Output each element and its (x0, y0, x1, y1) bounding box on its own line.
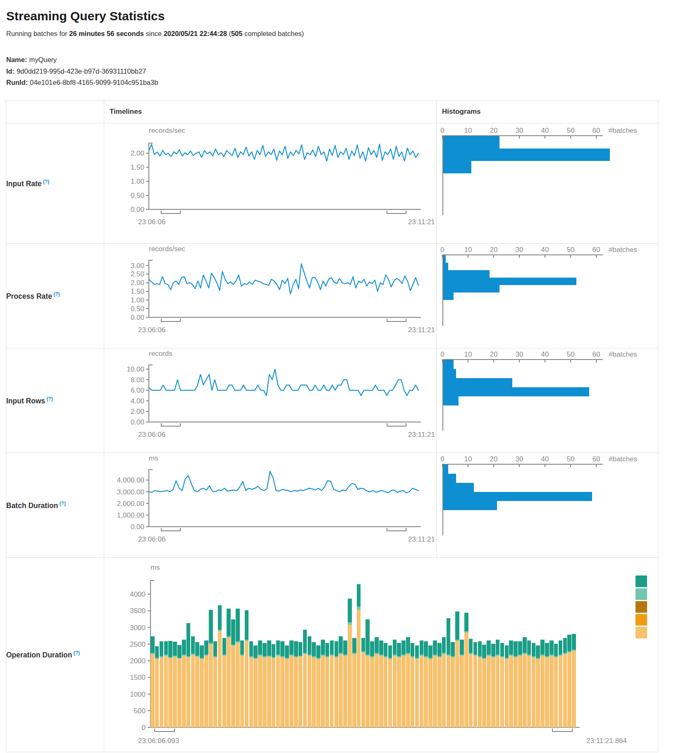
operation-duration-bar-segment (334, 657, 339, 727)
operation-duration-bar-segment (200, 658, 204, 659)
operation-duration-bar-segment (505, 658, 509, 659)
operation-duration-bar-segment (447, 656, 451, 727)
operation-duration-bar-segment (388, 645, 392, 658)
operation-duration-bar-segment (401, 656, 406, 727)
svg-text:23:11:21: 23:11:21 (408, 535, 435, 543)
operation-duration-bar-segment (227, 637, 231, 727)
svg-text:1.50: 1.50 (131, 288, 144, 295)
operation-duration-bar-segment (267, 655, 271, 657)
svg-text:0.00: 0.00 (131, 523, 144, 531)
svg-text:23:06:06: 23:06:06 (138, 535, 165, 543)
operation-duration-bar-segment (249, 657, 253, 727)
operation-duration-bar-segment (280, 656, 284, 657)
help-icon[interactable]: (?) (58, 501, 66, 506)
operation-duration-bar-segment (460, 655, 464, 656)
svg-text:3500: 3500 (130, 607, 146, 615)
operation-duration-bar-segment (240, 655, 244, 656)
operation-duration-bar-segment (442, 653, 446, 654)
operation-duration-bar-segment (428, 645, 432, 658)
operation-duration-bar-segment (464, 612, 468, 631)
operation-duration-bar-segment (370, 656, 374, 657)
operation-duration-bar-segment (523, 653, 527, 654)
svg-text:0: 0 (440, 455, 444, 463)
query-id-line: Id:9d0dd219-995d-423e-b97d-36931110bb27 (6, 66, 700, 77)
svg-text:10: 10 (464, 246, 472, 254)
operation-duration-bar-segment (173, 655, 177, 657)
operation-duration-bar-segment (500, 643, 504, 656)
batch-duration-timeline-cell: ms4,000.003,000.002,000.001,000.000.0023… (104, 453, 437, 558)
process-rate-histogram-cell: 0102030405060#batches (437, 244, 658, 348)
operation-duration-bar-segment (496, 640, 500, 655)
operation-duration-bar-segment (173, 657, 177, 727)
operation-duration-bar-segment (393, 655, 397, 656)
svg-text:#batches: #batches (609, 455, 637, 463)
operation-duration-bar-segment (253, 645, 258, 658)
operation-duration-bar-segment (411, 657, 415, 727)
operation-duration-bar-segment (263, 657, 267, 727)
svg-text:23:06:06: 23:06:06 (138, 326, 165, 334)
operation-duration-bar-segment (348, 625, 352, 727)
legend-swatch-operation-1 (635, 576, 647, 587)
operation-duration-bar-segment (343, 656, 347, 727)
svg-text:23:11:21.864: 23:11:21.864 (586, 737, 627, 745)
operation-duration-bar-segment (285, 659, 289, 727)
operation-duration-bar-segment (330, 656, 334, 727)
svg-text:0: 0 (440, 350, 444, 358)
svg-text:0.00: 0.00 (131, 314, 144, 321)
operation-duration-bar-segment (280, 641, 284, 656)
input-rows-histogram-cell: 0102030405060#batches (437, 348, 658, 453)
operation-duration-bar-segment (209, 609, 213, 643)
operation-duration-bar-segment (249, 656, 253, 657)
batch-duration-histogram-chart: 0102030405060#batches (437, 453, 656, 557)
operation-duration-bar-segment (213, 656, 217, 657)
query-id-value: 9d0dd219-995d-423e-b97d-36931110bb27 (17, 67, 146, 75)
operation-duration-bar-segment (563, 654, 567, 727)
query-metadata: Name:myQuery Id:9d0dd219-995d-423e-b97d-… (6, 54, 700, 89)
help-icon[interactable]: (?) (42, 179, 50, 185)
help-icon[interactable]: (?) (72, 650, 80, 656)
input-rate-timeline-chart: records/sec2.001.501.000.500.0023:06:062… (104, 125, 436, 242)
operation-duration-bar-segment (536, 659, 540, 727)
operation-duration-bar-segment (222, 656, 227, 727)
operation-duration-bar-segment (500, 656, 504, 657)
metric-row-process-rate: Process Rate (?)records/sec3.002.502.001… (6, 244, 658, 348)
operation-duration-bar-segment (491, 657, 495, 727)
help-icon[interactable]: (?) (45, 396, 53, 402)
svg-text:30: 30 (516, 455, 523, 463)
operation-duration-bar-segment (518, 656, 522, 727)
svg-text:2000: 2000 (130, 657, 146, 665)
svg-text:ms: ms (151, 564, 160, 571)
operation-duration-bar-segment (420, 656, 424, 727)
operation-duration-bar-segment (231, 645, 235, 646)
help-icon[interactable]: (?) (52, 291, 60, 297)
legend-swatch-operation-5 (635, 627, 647, 638)
operation-duration-bar-segment (218, 605, 222, 630)
operation-duration-bar-segment (384, 657, 388, 727)
operation-duration-bar-segment (482, 645, 486, 658)
operation-duration-bar-segment (518, 641, 522, 655)
operation-duration-bar-segment (289, 655, 294, 656)
operation-duration-bar-segment (209, 643, 213, 644)
operation-duration-bar-segment (191, 655, 195, 727)
operation-duration-bar-segment (272, 657, 276, 658)
operation-duration-bar-segment (572, 651, 576, 727)
svg-text:records/sec: records/sec (149, 127, 185, 134)
metric-label-input-rate: Input Rate (?) (6, 123, 104, 244)
operation-duration-bar-segment (451, 642, 455, 656)
operation-duration-bar-segment (478, 641, 482, 656)
operation-duration-bar-segment (303, 630, 307, 653)
operation-duration-bar-segment (200, 659, 204, 727)
operation-duration-bar-segment (218, 630, 222, 631)
input-rate-timeline-cell: records/sec2.001.501.000.500.0023:06:062… (104, 123, 437, 244)
metric-label-process-rate: Process Rate (?) (6, 244, 104, 348)
operation-duration-bar-segment (276, 640, 280, 655)
operation-duration-bar-segment (478, 657, 482, 727)
operation-duration-bar-segment (482, 658, 486, 659)
operation-duration-bar-segment (253, 659, 258, 727)
operation-duration-bar-segment (451, 656, 455, 657)
operation-duration-bar-segment (231, 619, 235, 645)
svg-text:50: 50 (567, 127, 575, 134)
svg-text:60: 60 (592, 455, 600, 463)
operation-duration-bar-segment (572, 633, 576, 650)
operation-duration-bar-segment (222, 655, 227, 656)
